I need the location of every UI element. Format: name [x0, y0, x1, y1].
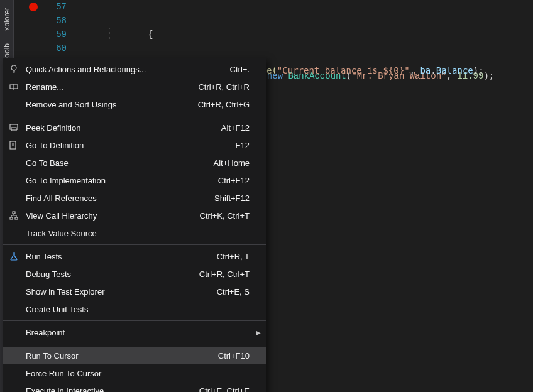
menu-item-track-value-source[interactable]: Track Value Source [3, 224, 266, 242]
hierarchy-icon [6, 210, 22, 220]
menu-label: Remove and Sort Usings [22, 100, 198, 109]
menu-item-view-call-hierarchy[interactable]: View Call HierarchyCtrl+K, Ctrl+T [3, 207, 266, 224]
token-punct: ); [483, 71, 494, 81]
menu-shortcut: Alt+F12 [221, 123, 261, 133]
svg-rect-7 [15, 217, 18, 219]
menu-item-execute-in-interactive[interactable]: Execute in InteractiveCtrl+E, Ctrl+E [3, 382, 266, 392]
menu-shortcut: Shift+F12 [214, 193, 261, 203]
menu-label: Run Tests [22, 252, 217, 261]
menu-label: View Call Hierarchy [22, 211, 200, 220]
breakpoint-icon[interactable] [29, 3, 38, 11]
menu-separator [3, 344, 266, 344]
menu-item-go-to-implementation[interactable]: Go To ImplementationCtrl+F12 [3, 172, 266, 189]
menu-shortcut: Ctrl+R, Ctrl+T [199, 270, 261, 279]
svg-rect-1 [10, 85, 18, 89]
menu-label: Run To Cursor [22, 351, 218, 361]
menu-shortcut: Ctrl+E, Ctrl+E [199, 386, 261, 393]
line-number: 59 [40, 28, 67, 41]
menu-item-debug-tests[interactable]: Debug TestsCtrl+R, Ctrl+T [3, 265, 266, 283]
menu-item-rename[interactable]: Rename...Ctrl+R, Ctrl+R [3, 78, 266, 95]
svg-rect-6 [10, 217, 13, 219]
menu-shortcut: Ctrl+R, T [217, 252, 261, 261]
peek-icon [6, 122, 22, 133]
menu-shortcut: Ctrl+F12 [218, 176, 261, 185]
menu-shortcut: Ctrl+E, S [217, 287, 261, 297]
code-fragment: e("Current balance is ${0}", ba.Balance)… [266, 65, 484, 75]
line-number: 58 [40, 14, 67, 28]
tab-explorer[interactable]: xplorer [1, 1, 13, 37]
brace: { [148, 30, 153, 40]
menu-item-remove-and-sort-usings[interactable]: Remove and Sort UsingsCtrl+R, Ctrl+G [3, 95, 266, 113]
menu-separator [3, 116, 266, 116]
menu-item-peek-definition[interactable]: Peek DefinitionAlt+F12 [3, 119, 266, 136]
menu-shortcut: Ctrl+R, Ctrl+R [198, 82, 261, 92]
submenu-arrow-icon: ▶ [256, 329, 261, 336]
line-number: 60 [40, 41, 67, 55]
menu-item-breakpoint[interactable]: Breakpoint▶ [3, 324, 266, 341]
menu-shortcut: F12 [236, 141, 261, 150]
menu-shortcut: Ctrl+. [230, 65, 261, 74]
svg-rect-5 [13, 212, 15, 214]
menu-shortcut: Ctrl+K, Ctrl+T [200, 211, 261, 220]
menu-label: Create Unit Tests [22, 305, 250, 314]
menu-label: Go To Implementation [22, 176, 218, 185]
menu-label: Peek Definition [22, 123, 221, 133]
menu-label: Debug Tests [22, 270, 199, 279]
menu-separator [3, 244, 266, 245]
menu-shortcut: Ctrl+R, Ctrl+G [198, 100, 261, 109]
menu-label: Show in Test Explorer [22, 287, 217, 297]
menu-label: Find All References [22, 193, 214, 203]
menu-label: Force Run To Cursor [22, 369, 250, 378]
line-number: 57 [40, 0, 67, 14]
menu-label: Breakpoint [22, 328, 250, 337]
menu-item-show-in-test-explorer[interactable]: Show in Test ExplorerCtrl+E, S [3, 283, 266, 300]
menu-item-go-to-definition[interactable]: Go To DefinitionF12 [3, 136, 266, 154]
menu-item-force-run-to-cursor[interactable]: Force Run To Cursor [3, 364, 266, 382]
menu-item-find-all-references[interactable]: Find All ReferencesShift+F12 [3, 189, 266, 207]
bulb-icon [6, 64, 22, 74]
menu-label: Go To Base [22, 158, 214, 168]
svg-point-0 [11, 65, 16, 70]
menu-item-quick-actions-and-refactorings[interactable]: Quick Actions and Refactorings...Ctrl+. [3, 60, 266, 78]
context-menu: Quick Actions and Refactorings...Ctrl+.R… [3, 58, 266, 392]
menu-label: Go To Definition [22, 141, 236, 150]
menu-shortcut: Alt+Home [214, 158, 261, 168]
rename-icon [6, 82, 22, 92]
menu-item-run-tests[interactable]: Run TestsCtrl+R, T [3, 248, 266, 265]
flask-icon [6, 251, 22, 261]
menu-shortcut: Ctrl+F10 [218, 351, 261, 361]
menu-item-create-unit-tests[interactable]: Create Unit Tests [3, 300, 266, 318]
menu-label: Track Value Source [22, 229, 250, 238]
menu-separator [3, 320, 266, 321]
menu-item-go-to-base[interactable]: Go To BaseAlt+Home [3, 154, 266, 172]
menu-label: Execute in Interactive [22, 386, 199, 393]
menu-label: Quick Actions and Refactorings... [22, 65, 230, 74]
menu-item-run-to-cursor[interactable]: Run To CursorCtrl+F10 [3, 347, 266, 364]
goto-icon [6, 140, 22, 150]
menu-label: Rename... [22, 82, 198, 92]
